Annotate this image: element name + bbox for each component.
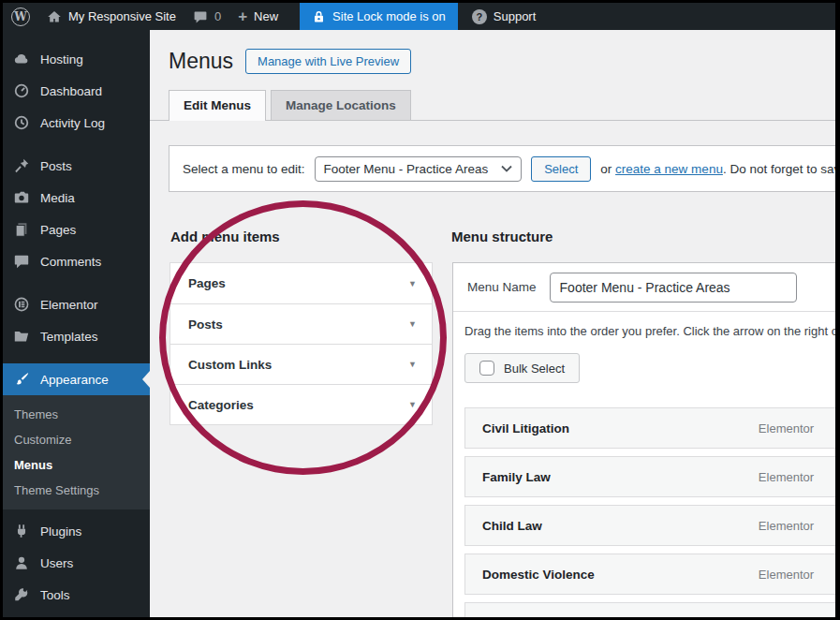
menu-item-label: Child Law [482,519,759,533]
menu-select-dropdown[interactable]: Footer Menu - Practice Areas [315,156,523,182]
sidebar-item-hosting[interactable]: Hosting [3,43,150,75]
appearance-submenu: Themes Customize Menus Theme Settings [3,395,150,509]
select-menu-button[interactable]: Select [531,156,591,182]
pages-icon [13,221,30,238]
menu-item-label: Civil Litigation [482,421,759,435]
accordion-posts[interactable]: Posts ▼ [170,303,432,344]
save-reminder-text: . Do not forget to save your changes! [723,162,835,176]
sidebar-item-label: Elementor [40,298,98,312]
wordpress-logo-icon: W [11,7,30,26]
elementor-icon [13,296,30,313]
sidebar-item-appearance[interactable]: Appearance [3,363,150,395]
menu-item-civil-litigation[interactable]: Civil Litigation Elementor ▼ [464,407,835,449]
sidebar-item-dashboard[interactable]: Dashboard [3,75,150,107]
submenu-item-customize[interactable]: Customize [3,427,150,452]
menu-item-child-law[interactable]: Child Law Elementor ▼ [464,505,835,546]
sidebar-item-label: Media [40,191,75,205]
accordion-label: Categories [188,398,254,412]
bulk-select-checkbox[interactable] [479,361,494,376]
site-lock-button[interactable]: Site Lock mode is on [300,3,458,30]
bulk-select-button[interactable]: Bulk Select [464,353,580,383]
create-new-menu-link[interactable]: create a new menu [615,162,723,176]
sidebar-item-tools[interactable]: Tools [3,579,150,611]
admin-sidebar: Hosting Dashboard Activity Log Posts Med… [3,30,150,617]
admin-comments-link[interactable]: 0 [184,3,229,30]
sidebar-item-posts[interactable]: Posts [3,150,150,182]
dashboard-icon [13,82,30,99]
submenu-item-menus[interactable]: Menus [3,452,150,478]
sidebar-item-label: Plugins [40,524,81,539]
menu-item-family-law[interactable]: Family Law Elementor ▼ [464,456,835,497]
menu-select-bar: Select a menu to edit: Footer Menu - Pra… [169,145,835,192]
active-menu-arrow [142,371,150,388]
menu-item-type: Elementor [759,616,814,618]
sidebar-item-comments[interactable]: Comments [3,245,150,277]
submenu-item-themes[interactable]: Themes [3,402,150,427]
add-menu-items-heading: Add menu items [170,229,280,244]
sidebar-item-plugins[interactable]: Plugins [3,515,150,547]
or-text: or [600,162,612,176]
sidebar-item-activity-log[interactable]: Activity Log [3,107,150,139]
menu-name-input[interactable] [550,273,797,303]
menu-item-label: Domestic Violence [482,568,759,582]
users-icon [13,554,30,571]
sidebar-item-label: Appearance [40,373,109,387]
sidebar-item-elementor[interactable]: Elementor [3,288,150,320]
accordion-pages[interactable]: Pages ▼ [170,263,432,303]
sidebar-item-label: Posts [40,159,72,173]
support-button[interactable]: ? Support [464,3,545,30]
menu-select-value: Footer Menu - Practice Areas [324,162,489,176]
menu-item-label: Legal Advice [482,616,759,618]
plug-icon [13,523,30,539]
brush-icon [13,371,30,388]
tab-manage-locations[interactable]: Manage Locations [271,90,411,120]
wrench-icon [13,586,30,603]
new-label: New [254,9,278,23]
dropdown-arrow-icon: ▼ [408,319,417,329]
sidebar-item-label: Comments [40,255,101,269]
manage-live-preview-button[interactable]: Manage with Live Preview [245,49,411,74]
home-icon [47,9,62,24]
add-menu-items-accordion: Pages ▼ Posts ▼ Custom Links ▼ Categorie… [169,262,433,425]
menu-item-type: Elementor [759,568,814,582]
menu-item-type: Elementor [759,470,814,484]
menu-item-domestic-violence[interactable]: Domestic Violence Elementor ▼ [464,554,835,595]
page-title: Menus [169,49,233,74]
screenshot-frame: W My Responsive Site 0 + New Site Lock m… [0,0,840,620]
menu-item-legal-advice[interactable]: Legal Advice Elementor ▼ [464,602,835,617]
admin-bar: W My Responsive Site 0 + New Site Lock m… [3,3,835,30]
cloud-icon [13,51,30,67]
create-menu-text: or create a new menu. Do not forget to s… [600,162,835,176]
sidebar-item-label: Activity Log [40,116,105,130]
tab-edit-menus[interactable]: Edit Menus [169,90,266,121]
menu-structure-heading: Menu structure [451,229,553,244]
plus-icon: + [238,8,247,24]
comments-bubble-icon [193,9,208,24]
sidebar-item-pages[interactable]: Pages [3,214,150,245]
accordion-label: Pages [188,276,226,290]
folder-icon [13,328,30,345]
accordion-custom-links[interactable]: Custom Links ▼ [170,344,432,384]
accordion-categories[interactable]: Categories ▼ [170,384,432,424]
sidebar-item-templates[interactable]: Templates [3,320,150,352]
sidebar-separator [3,277,150,288]
sidebar-item-media[interactable]: Media [3,182,150,214]
submenu-item-theme-settings[interactable]: Theme Settings [3,478,150,503]
chevron-down-icon [501,165,512,172]
site-name-link[interactable]: My Responsive Site [38,3,184,30]
sidebar-item-users[interactable]: Users [3,547,150,579]
dropdown-arrow-icon: ▼ [408,360,417,369]
new-content-button[interactable]: + New [229,3,287,30]
menu-item-type: Elementor [759,421,814,435]
menu-name-label: Menu Name [467,280,537,294]
sidebar-item-label: Users [40,556,73,570]
sidebar-item-label: Hosting [40,52,83,66]
site-lock-label: Site Lock mode is on [332,9,446,23]
comments-count: 0 [214,9,221,23]
lock-icon [312,9,326,23]
wordpress-menu-button[interactable]: W [3,3,38,30]
site-name-label: My Responsive Site [68,9,176,23]
help-icon: ? [472,9,487,24]
menu-name-row: Menu Name [453,263,835,312]
sidebar-separator [3,139,150,150]
